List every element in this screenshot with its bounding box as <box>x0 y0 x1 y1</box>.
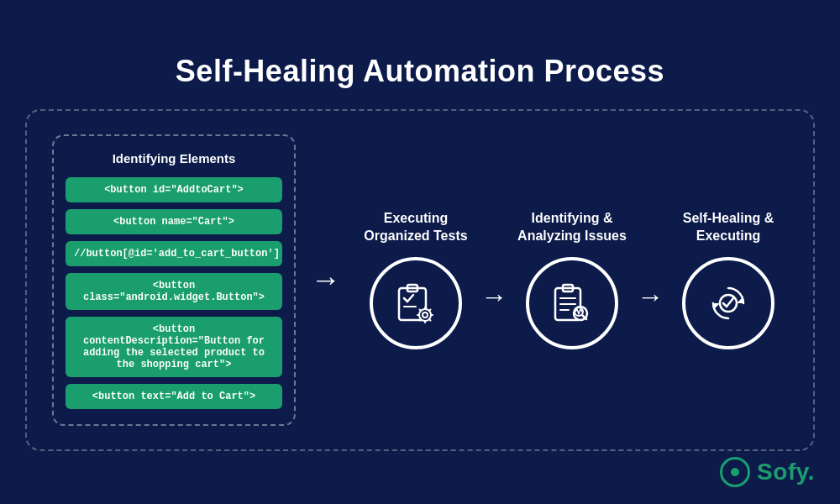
code-items-container: <button id="AddtoCart"><button name="Car… <box>66 177 282 409</box>
step-1-to-2-arrow: → <box>480 248 507 312</box>
left-panel: Identifying Elements <button id="AddtoCa… <box>52 134 296 426</box>
gear-arrows-icon <box>703 278 753 328</box>
step-3-label: Self-Healing & Executing <box>674 210 783 245</box>
clipboard-search-icon <box>547 278 597 328</box>
svg-line-3 <box>407 295 413 302</box>
logo-dot: . <box>808 459 815 485</box>
code-item-2: //button[@id='add_to_cart_button'] <box>66 241 282 266</box>
code-item-0: <button id="AddtoCart"> <box>66 177 282 202</box>
svg-line-14 <box>420 319 422 321</box>
svg-line-13 <box>429 309 431 311</box>
step-1: Executing Organized Tests <box>361 210 470 349</box>
step-2-icon-circle <box>526 257 618 349</box>
step-1-label: Executing Organized Tests <box>361 210 470 245</box>
step-3: Self-Healing & Executing <box>674 210 783 349</box>
left-panel-title: Identifying Elements <box>66 151 282 165</box>
svg-line-11 <box>420 309 422 311</box>
code-item-1: <button name="Cart"> <box>66 209 282 234</box>
step-2-to-3-arrow: → <box>637 248 664 312</box>
step-3-icon-circle <box>682 257 774 349</box>
step-2-label: Identifying & Analyzing Issues <box>517 210 627 245</box>
content-wrapper: Identifying Elements <button id="AddtoCa… <box>25 109 815 451</box>
code-item-4: <button contentDescription="Button for a… <box>66 317 282 377</box>
clipboard-gear-icon <box>391 278 441 328</box>
svg-line-12 <box>429 319 431 321</box>
page-title: Self-Healing Automation Process <box>176 54 664 89</box>
steps-section: Executing Organized Tests <box>356 210 788 349</box>
logo: Sofy. <box>720 457 815 487</box>
panel-to-steps-arrow: → <box>311 262 341 297</box>
logo-text: Sofy. <box>757 459 815 486</box>
step-1-icon-circle <box>370 257 462 349</box>
svg-marker-24 <box>713 303 720 310</box>
svg-marker-23 <box>737 297 743 303</box>
step-2: Identifying & Analyzing Issues <box>517 210 627 349</box>
logo-name: Sofy <box>757 459 808 485</box>
logo-circle <box>720 457 750 487</box>
code-item-5: <button text="Add to Cart"> <box>66 384 282 409</box>
logo-inner-dot <box>731 468 739 476</box>
code-item-3: <button class="android.widget.Button"> <box>66 273 282 310</box>
